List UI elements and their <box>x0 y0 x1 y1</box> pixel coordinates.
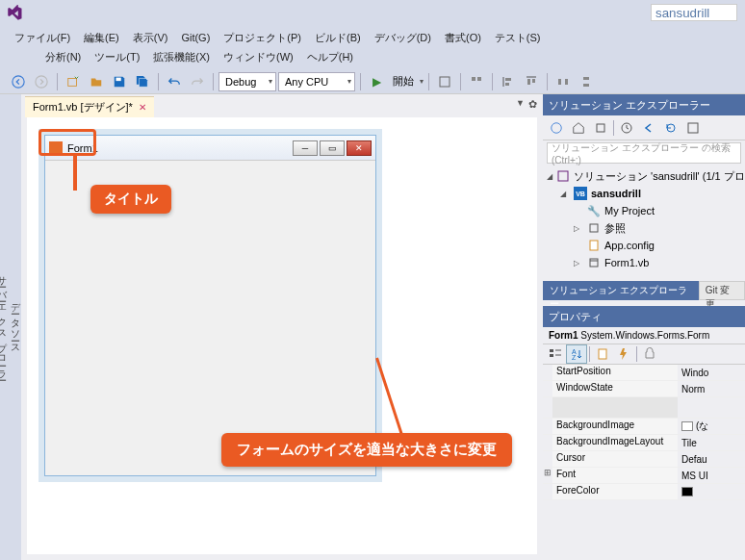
svg-rect-13 <box>558 79 561 85</box>
solution-icon <box>556 169 570 183</box>
expander-icon[interactable]: ▷ <box>574 259 583 267</box>
menu-view[interactable]: 表示(V) <box>126 29 175 47</box>
solution-search[interactable]: ソリューション エクスプローラー の検索 (Ctrl+;) <box>547 142 741 164</box>
tree-form1vb[interactable]: ▷ Form1.vb <box>547 254 741 271</box>
hspacing[interactable] <box>552 71 574 92</box>
start-label[interactable]: 開始 <box>389 74 418 89</box>
tree-references[interactable]: ▷ 参照 <box>547 219 741 237</box>
tab-form1-design[interactable]: Form1.vb [デザイン]* ✕ <box>25 96 154 117</box>
menu-window[interactable]: ウィンドウ(W) <box>217 48 300 66</box>
anno-title-line <box>73 156 77 191</box>
solution-explorer-header: ソリューション エクスプローラー <box>543 94 745 115</box>
menu-help[interactable]: ヘルプ(H) <box>300 48 360 66</box>
properties-grid[interactable]: StartPositionWindo WindowStateNorm Backg… <box>543 365 745 560</box>
menu-git[interactable]: Git(G) <box>174 30 217 45</box>
search-input[interactable] <box>651 4 737 21</box>
menu-analyze[interactable]: 分析(N) <box>39 48 88 66</box>
form-designer[interactable]: Form1 ─ ▭ ✕ タイトル <box>27 117 537 554</box>
tab-dropdown-icon[interactable]: ▼ <box>516 98 525 111</box>
svg-rect-6 <box>477 77 481 81</box>
save-button[interactable] <box>109 71 130 92</box>
side-tab-datasource[interactable]: データソース <box>8 296 21 350</box>
svg-rect-20 <box>688 123 698 133</box>
menu-debug[interactable]: デバッグ(D) <box>368 29 438 47</box>
tab-close-icon[interactable]: ✕ <box>139 102 146 113</box>
side-tab-server[interactable]: サーバーエクスプローラー <box>0 269 8 377</box>
side-tabs: データソース サーバーエクスプローラー ツールボックス <box>0 94 21 560</box>
new-project-button[interactable] <box>63 71 84 92</box>
menu-format[interactable]: 書式(O) <box>438 29 488 47</box>
nav-back-button[interactable] <box>8 71 29 92</box>
tree-myproject[interactable]: 🔧 My Project <box>547 202 741 219</box>
redo-button[interactable] <box>187 71 208 92</box>
menu-edit[interactable]: 編集(E) <box>77 29 126 47</box>
expand-icon[interactable]: ⊞ <box>543 468 552 483</box>
svg-rect-11 <box>527 79 530 85</box>
form-title: Form1 <box>67 142 293 154</box>
maximize-icon: ▭ <box>320 140 345 156</box>
menu-project[interactable]: プロジェクト(P) <box>217 29 308 47</box>
svg-rect-14 <box>565 79 568 85</box>
align-btn1[interactable] <box>466 71 487 92</box>
open-button[interactable] <box>86 71 107 92</box>
se-refresh-icon[interactable] <box>661 118 681 138</box>
align-left[interactable] <box>498 71 519 92</box>
categorized-icon[interactable] <box>545 344 566 364</box>
tab-options-icon[interactable]: ✿ <box>528 98 537 111</box>
menu-row-1: ファイル(F) 編集(E) 表示(V) Git(G) プロジェクト(P) ビルド… <box>0 27 745 48</box>
save-all-button[interactable] <box>132 71 153 92</box>
platform-combo[interactable]: Any CPU <box>278 72 355 91</box>
se-sync-icon[interactable] <box>591 118 610 138</box>
tree-solution[interactable]: ◢ ソリューション 'sansudrill' (1/1 プロジェ <box>547 167 741 185</box>
props-page-icon[interactable] <box>592 344 613 364</box>
tab-label: Form1.vb [デザイン]* <box>33 100 133 115</box>
vspacing[interactable] <box>576 71 597 92</box>
undo-button[interactable] <box>164 71 185 92</box>
tree-appconfig[interactable]: App.config <box>547 237 741 254</box>
expander-icon[interactable]: ▷ <box>574 224 583 233</box>
prop-extra-icon[interactable] <box>639 344 660 364</box>
nav-fwd-button[interactable] <box>31 71 52 92</box>
se-collapse-icon[interactable] <box>683 118 703 138</box>
svg-text:Z: Z <box>572 354 577 361</box>
start-button[interactable]: ▶ <box>366 71 387 92</box>
main-toolbar: Debug Any CPU ▶ 開始 ▾ <box>0 69 745 94</box>
events-icon[interactable] <box>613 344 634 364</box>
anno-title: タイトル <box>90 185 171 214</box>
vb-project-icon: VB <box>574 187 587 200</box>
svg-point-17 <box>552 122 562 133</box>
se-tab-solution[interactable]: ソリューション エクスプローラー <box>543 281 699 300</box>
menu-file[interactable]: ファイル(F) <box>8 29 77 47</box>
menu-tools[interactable]: ツール(T) <box>88 48 146 66</box>
toolbox-button[interactable] <box>434 71 455 92</box>
svg-rect-24 <box>590 259 598 267</box>
svg-rect-15 <box>583 77 589 80</box>
expander-icon[interactable]: ◢ <box>560 190 570 198</box>
config-combo[interactable]: Debug <box>218 72 276 91</box>
expander-icon[interactable]: ◢ <box>547 172 552 181</box>
tree-project[interactable]: ◢ VB sansudrill <box>547 185 741 202</box>
svg-rect-18 <box>597 124 604 132</box>
align-top[interactable] <box>521 71 542 92</box>
menu-test[interactable]: テスト(S) <box>488 29 548 47</box>
svg-rect-12 <box>532 79 535 83</box>
se-home-icon[interactable] <box>547 118 566 138</box>
se-nav-back[interactable] <box>639 118 658 138</box>
se-bottom-tabs: ソリューション エクスプローラー Git 変更 <box>543 281 745 300</box>
form-file-icon <box>587 256 601 269</box>
svg-rect-8 <box>505 78 511 81</box>
svg-rect-23 <box>590 241 598 250</box>
svg-rect-32 <box>599 349 606 359</box>
svg-rect-27 <box>550 354 553 357</box>
menu-extensions[interactable]: 拡張機能(X) <box>146 48 217 66</box>
properties-target: Form1 Form1 System.Windows.Forms.FormSys… <box>543 327 745 344</box>
config-icon <box>587 239 601 252</box>
svg-point-0 <box>13 75 24 87</box>
se-tab-git[interactable]: Git 変更 <box>699 281 745 300</box>
minimize-icon: ─ <box>293 140 318 156</box>
menu-build[interactable]: ビルド(B) <box>308 29 368 47</box>
se-history-icon[interactable] <box>617 118 636 138</box>
vs-logo-icon <box>6 5 23 22</box>
se-house-icon[interactable] <box>569 118 588 138</box>
alphabetical-icon[interactable]: AZ <box>566 344 587 364</box>
